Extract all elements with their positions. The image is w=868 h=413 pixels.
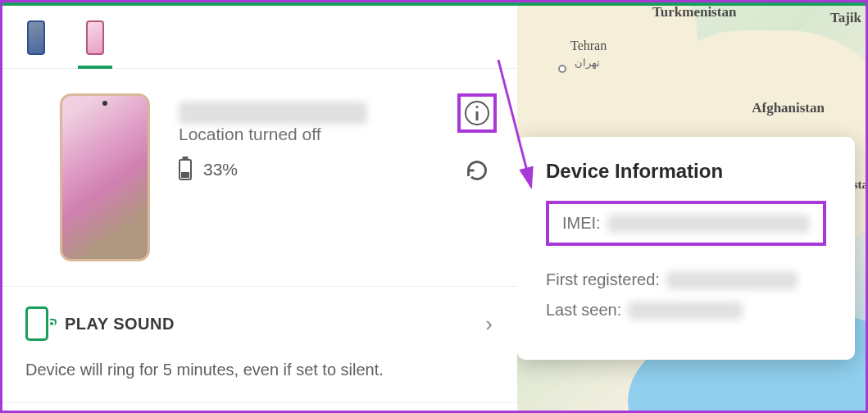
- last-seen-row: Last seen:: [546, 301, 826, 320]
- phone-thumbnail-icon: [27, 20, 45, 55]
- first-registered-row: First registered:: [546, 270, 826, 289]
- map-label-afghanistan: Afghanistan: [752, 100, 825, 116]
- map-marker-tehran: [558, 65, 566, 73]
- device-panel: Location turned off 33% PLAY SOUND › D: [2, 6, 517, 411]
- device-image: [60, 93, 150, 261]
- first-registered-value: [666, 271, 798, 289]
- popup-title: Device Information: [546, 160, 826, 183]
- play-sound-description: Device will ring for 5 minutes, even if …: [2, 361, 517, 403]
- refresh-button[interactable]: [466, 159, 489, 182]
- device-info-popup: Device Information IMEI: First registere…: [517, 137, 855, 360]
- imei-row: IMEI:: [546, 201, 826, 246]
- map-label-turkmenistan: Turkmenistan: [652, 6, 736, 20]
- imei-label: IMEI:: [562, 214, 601, 233]
- last-seen-label: Last seen:: [546, 301, 621, 320]
- location-status: Location turned off: [179, 125, 497, 144]
- play-sound-button[interactable]: PLAY SOUND ›: [2, 287, 517, 361]
- device-card: Location turned off 33%: [2, 69, 517, 287]
- refresh-icon: [466, 159, 489, 182]
- chevron-right-icon: ›: [485, 311, 493, 337]
- info-icon: [465, 101, 489, 125]
- phone-thumbnail-icon: [86, 20, 104, 55]
- first-registered-label: First registered:: [546, 270, 660, 289]
- map-label-tehran-sub: تهران: [575, 57, 600, 70]
- device-info-button[interactable]: [457, 93, 497, 133]
- map-label-tajik: Tajik: [830, 10, 861, 26]
- last-seen-value: [628, 302, 743, 320]
- device-tab-2[interactable]: [78, 16, 112, 68]
- battery-percentage: 33%: [203, 160, 238, 179]
- device-tabs: [2, 6, 517, 69]
- device-name: [179, 102, 367, 125]
- battery-icon: [179, 159, 192, 180]
- play-sound-icon: [25, 306, 48, 341]
- map[interactable]: Turkmenistan Tajik Tehran تهران Afghanis…: [517, 6, 866, 411]
- play-sound-label: PLAY SOUND: [65, 315, 175, 334]
- imei-value: [607, 215, 810, 233]
- device-tab-1[interactable]: [19, 16, 53, 68]
- map-label-tehran: Tehran: [570, 39, 607, 53]
